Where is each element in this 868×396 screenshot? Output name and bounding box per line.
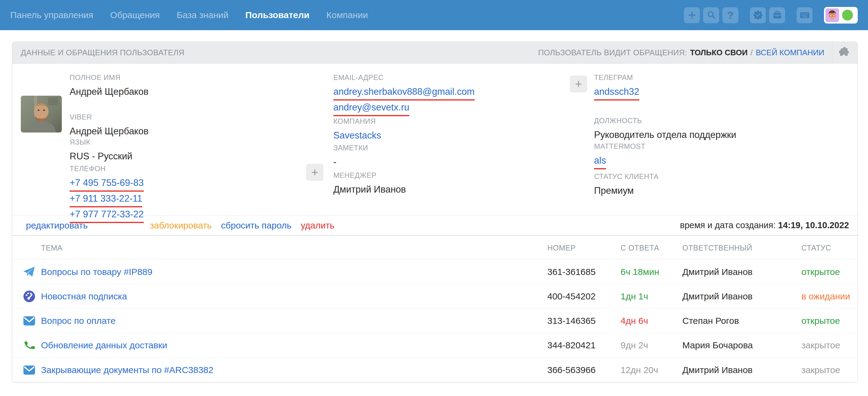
field-label: ТЕЛЕФОН [70, 165, 149, 173]
field-company: КОМПАНИЯ Savestacks [333, 117, 475, 142]
agent-avatar [826, 8, 839, 22]
ticket-status: открытое [801, 316, 840, 326]
search-button[interactable] [703, 7, 719, 23]
phone-channel-icon [23, 339, 36, 352]
ticket-responsible: Степан Рогов [682, 316, 739, 326]
field-value: Премиум [594, 185, 736, 197]
user-photo[interactable] [21, 96, 62, 133]
ticket-subject-link[interactable]: Закрывающие документы по #ARC38382 [41, 365, 213, 375]
field-value: RUS - Русский [70, 150, 149, 162]
visibility-separator: / [750, 48, 752, 57]
add-button[interactable] [684, 7, 700, 23]
ticket-number: 366-563966 [547, 365, 595, 375]
add-email-button[interactable]: + [570, 76, 587, 92]
briefcase-icon [772, 10, 782, 20]
email-channel-icon [23, 363, 36, 377]
field-label: ДОЛЖНОСТЬ [594, 116, 736, 125]
created-label: время и дата создания: [680, 220, 776, 230]
field-label: MATTERMOST [594, 142, 736, 151]
visibility-option-company[interactable]: ВСЕЙ КОМПАНИИ [756, 48, 824, 57]
field-label: СТАТУС КЛИЕНТА [594, 172, 736, 181]
profile-info-section: ПОЛНОЕ ИМЯ Андрей Щербаков VIBER Андрей … [12, 64, 858, 215]
phone-link[interactable]: +7 977 772-33-22 [70, 208, 144, 223]
keyboard-button[interactable] [797, 7, 812, 23]
field-label: ТЕЛЕГРАМ [594, 73, 736, 82]
profile-column-3: ТЕЛЕГРАМ andssch32 ДОЛЖНОСТЬ Руководител… [594, 73, 736, 199]
visibility-option-own[interactable]: ТОЛЬКО СВОИ [690, 48, 747, 57]
field-viber: VIBER Андрей Щербаков [70, 113, 149, 137]
ticket-row[interactable]: Вопросы по товару #IP889 361-361685 6ч 1… [12, 260, 858, 284]
company-link[interactable]: Savestacks [333, 130, 381, 141]
field-label: КОМПАНИЯ [333, 117, 475, 125]
mattermost-link[interactable]: als [594, 154, 606, 169]
column-header-responsible: ОТВЕТСТВЕННЫЙ [682, 243, 752, 252]
profile-column-1: ПОЛНОЕ ИМЯ Андрей Щербаков VIBER Андрей … [70, 73, 149, 225]
email-link[interactable]: andrey@sevetx.ru [333, 102, 409, 116]
ticket-number: 400-454202 [547, 291, 595, 302]
field-telegram: ТЕЛЕГРАМ andssch32 [594, 73, 736, 102]
card-header: ДАННЫЕ И ОБРАЩЕНИЯ ПОЛЬЗОВАТЕЛЯ ПОЛЬЗОВА… [12, 42, 858, 64]
ticket-since-reply: 4дн 6ч [621, 316, 648, 326]
ticket-number: 361-361685 [547, 267, 595, 277]
nav-item-dashboard[interactable]: Панель управления [10, 10, 93, 20]
nav-item-users[interactable]: Пользователи [245, 10, 310, 20]
add-phone-button[interactable]: + [306, 164, 323, 181]
help-button[interactable]: ? [722, 7, 738, 23]
current-agent-menu[interactable] [824, 7, 858, 24]
field-label: ЗАМЕТКИ [333, 144, 475, 152]
column-header-number: НОМЕР [547, 243, 576, 252]
ticket-since-reply: 6ч 18мин [621, 267, 659, 277]
keyboard-icon [800, 10, 810, 20]
field-value: Дмитрий Иванов [333, 183, 475, 196]
field-notes: ЗАМЕТКИ - [333, 144, 475, 168]
field-position: ДОЛЖНОСТЬ Руководитель отдела поддержки [594, 116, 736, 141]
block-link[interactable]: заблокировать [150, 220, 212, 231]
telegram-channel-icon [23, 265, 36, 279]
email-link[interactable]: andrey.sherbakov888@gmail.com [333, 86, 475, 101]
field-manager: МЕНЕДЖЕР Дмитрий Иванов [333, 171, 475, 196]
field-value: - [333, 156, 475, 168]
ticket-subject-link[interactable]: Обновление данных доставки [41, 340, 167, 350]
ticket-number: 344-820421 [547, 340, 595, 350]
ticket-responsible: Дмитрий Иванов [682, 365, 752, 375]
telegram-link[interactable]: andssch32 [594, 86, 639, 101]
column-header-since-reply: С ОТВЕТА [621, 243, 659, 252]
created-datetime: время и дата создания: 14:19, 10.10.2022 [680, 220, 849, 230]
ticket-row[interactable]: Новостная подписка 400-454202 1дн 1ч Дми… [12, 284, 858, 309]
briefcase-button[interactable] [769, 7, 785, 23]
ticket-status: закрытое [801, 340, 840, 350]
verified-badge-button[interactable] [750, 7, 766, 23]
column-header-status: СТАТУС [801, 243, 831, 252]
ticket-subject-link[interactable]: Вопросы по товару #IP889 [41, 267, 153, 277]
delete-link[interactable]: удалить [301, 220, 335, 231]
field-full-name: ПОЛНОЕ ИМЯ Андрей Щербаков [70, 73, 149, 98]
widget-gauge-channel-icon [23, 290, 36, 303]
ticket-row[interactable]: Закрывающие документы по #ARC38382 366-5… [12, 358, 858, 382]
phone-link[interactable]: +7 911 333-22-11 [70, 193, 142, 207]
ticket-responsible: Мария Бочарова [682, 340, 753, 350]
field-client-status: СТАТУС КЛИЕНТА Премиум [594, 172, 736, 197]
integrations-button[interactable] [832, 42, 858, 64]
field-value: Руководитель отдела поддержки [594, 129, 736, 141]
email-channel-icon [23, 314, 36, 328]
ticket-row[interactable]: Вопрос по оплате 313-146365 4дн 6ч Степа… [12, 309, 858, 333]
visibility-label: ПОЛЬЗОВАТЕЛЬ ВИДИТ ОБРАЩЕНИЯ: [538, 48, 687, 57]
user-card: ДАННЫЕ И ОБРАЩЕНИЯ ПОЛЬЗОВАТЕЛЯ ПОЛЬЗОВА… [12, 41, 858, 383]
ticket-row[interactable]: Обновление данных доставки 344-820421 9д… [12, 333, 858, 358]
ticket-status: в ожидании [801, 291, 850, 302]
ticket-responsible: Дмитрий Иванов [682, 267, 752, 277]
nav-item-knowledge-base[interactable]: База знаний [177, 10, 228, 20]
ticket-subject-link[interactable]: Вопрос по оплате [41, 316, 116, 326]
nav-item-companies[interactable]: Компании [327, 10, 368, 20]
online-status-dot[interactable] [842, 10, 853, 21]
card-title: ДАННЫЕ И ОБРАЩЕНИЯ ПОЛЬЗОВАТЕЛЯ [21, 48, 184, 57]
created-value: 14:19, 10.10.2022 [778, 220, 849, 230]
ticket-subject-link[interactable]: Новостная подписка [41, 291, 127, 302]
phone-link[interactable]: +7 495 755-69-83 [70, 177, 144, 192]
ticket-since-reply: 1дн 1ч [621, 291, 648, 302]
plus-icon [687, 10, 696, 20]
search-icon [707, 10, 716, 20]
nav-item-tickets[interactable]: Обращения [110, 10, 160, 20]
field-label: VIBER [70, 113, 149, 121]
reset-password-link[interactable]: сбросить пароль [221, 220, 291, 231]
